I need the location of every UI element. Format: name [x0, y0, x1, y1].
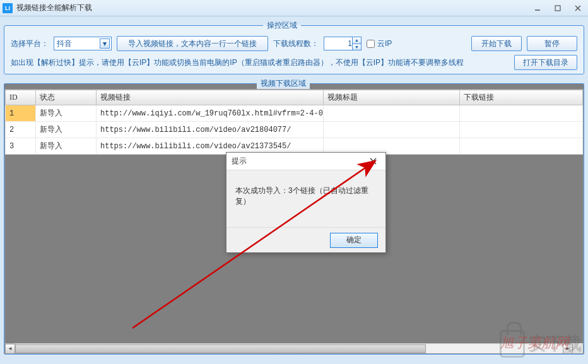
- cell-link: http://www.iqiyi.com/w_19ruq760lx.html#v…: [97, 105, 324, 122]
- start-download-button[interactable]: 开始下载: [471, 36, 522, 51]
- dialog-close-button[interactable]: [365, 155, 380, 168]
- download-legend: 视频下载区域: [257, 78, 310, 89]
- maximize-button[interactable]: [550, 3, 565, 13]
- dialog-titlebar: 提示: [226, 153, 385, 170]
- cell-status: 新导入: [36, 122, 97, 138]
- col-id[interactable]: ID: [6, 90, 36, 105]
- open-download-dir-button[interactable]: 打开下载目录: [514, 55, 577, 70]
- col-status[interactable]: 状态: [36, 90, 97, 105]
- scroll-track[interactable]: [15, 344, 563, 353]
- chevron-down-icon: ▾: [100, 38, 110, 49]
- import-links-button[interactable]: 导入视频链接，文本内容一行一个链接: [117, 36, 268, 51]
- table-row[interactable]: 2 新导入 https://www.bilibili.com/video/av2…: [6, 122, 583, 138]
- dialog-message: 本次成功导入：3个链接（已自动过滤重复）: [226, 170, 385, 213]
- cell-status: 新导入: [36, 105, 97, 122]
- svg-rect-1: [555, 6, 560, 11]
- cell-title: [324, 105, 460, 122]
- cell-title: [324, 122, 460, 138]
- dialog-ok-button[interactable]: 确定: [330, 233, 378, 248]
- control-legend: 操控区域: [263, 20, 301, 31]
- cell-id: 3: [6, 138, 36, 155]
- app-icon: LI: [3, 3, 13, 13]
- cell-id: 2: [6, 122, 36, 138]
- scroll-thumb[interactable]: [15, 344, 426, 353]
- control-panel: 操控区域 选择平台： 抖音 ▾ 导入视频链接，文本内容一行一个链接 下载线程数：…: [4, 20, 584, 74]
- cell-id: 1: [6, 105, 36, 122]
- spinner-up-icon[interactable]: ▲: [352, 37, 361, 44]
- cell-dl: [460, 122, 583, 138]
- cloud-ip-label: 云IP: [377, 38, 392, 49]
- cloud-ip-input[interactable]: [367, 40, 375, 48]
- thread-label: 下载线程数：: [273, 38, 319, 49]
- cell-link: https://www.bilibili.com/video/av2180407…: [97, 122, 324, 138]
- horizontal-scrollbar[interactable]: ◄ ►: [5, 343, 573, 353]
- scroll-left-icon[interactable]: ◄: [5, 344, 15, 354]
- download-table: ID 状态 视频链接 视频标题 下载链接 1 新导入 http://www.iq…: [5, 90, 583, 155]
- spinner-down-icon[interactable]: ▼: [352, 44, 361, 50]
- cell-dl: [460, 138, 583, 155]
- minimize-button[interactable]: [530, 3, 545, 13]
- pause-button[interactable]: 暂停: [527, 36, 577, 51]
- thread-count-input[interactable]: 1 ▲▼: [324, 37, 362, 50]
- watermark-2: 旭子菜航网: [500, 334, 569, 353]
- titlebar: LI 视频链接全能解析下载: [0, 0, 588, 16]
- platform-combobox[interactable]: 抖音 ▾: [54, 37, 112, 50]
- col-link[interactable]: 视频链接: [97, 90, 324, 105]
- platform-value: 抖音: [57, 38, 72, 49]
- cell-status: 新导入: [36, 138, 97, 155]
- cell-dl: [460, 105, 583, 122]
- table-row[interactable]: 1 新导入 http://www.iqiyi.com/w_19ruq760lx.…: [6, 105, 583, 122]
- thread-count-value: 1: [348, 39, 352, 48]
- message-dialog: 提示 本次成功导入：3个链接（已自动过滤重复） 确定: [226, 152, 386, 253]
- col-download[interactable]: 下载链接: [460, 90, 583, 105]
- hint-text: 如出现【解析过快】提示，请使用【云IP】功能或切换当前电脑的IP（重启猫或者重启…: [11, 57, 508, 68]
- platform-label: 选择平台：: [11, 38, 49, 49]
- col-title[interactable]: 视频标题: [324, 90, 460, 105]
- cloud-ip-checkbox[interactable]: 云IP: [367, 38, 392, 49]
- window-title: 视频链接全能解析下载: [16, 3, 530, 13]
- close-button[interactable]: [570, 3, 585, 13]
- table-header-row: ID 状态 视频链接 视频标题 下载链接: [6, 90, 583, 105]
- dialog-title: 提示: [232, 156, 247, 167]
